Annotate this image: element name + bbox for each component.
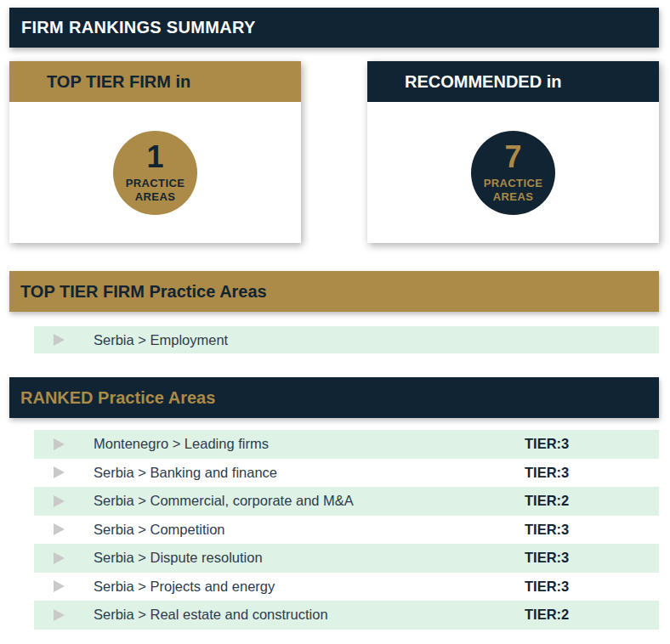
triangle-right-icon [54, 438, 65, 450]
top-tier-count: 1 [146, 142, 163, 172]
triangle-right-icon [54, 334, 65, 346]
tier-badge: TIER:3 [525, 465, 569, 481]
practice-area-label: Serbia > Real estate and construction [94, 607, 328, 623]
practice-area-label: Serbia > Dispute resolution [94, 550, 263, 566]
top-tier-section-title: TOP TIER FIRM Practice Areas [20, 282, 267, 302]
recommended-card-title: RECOMMENDED in [405, 72, 561, 92]
ranked-section-header: RANKED Practice Areas [9, 377, 659, 418]
practice-area-row[interactable]: Serbia > Commercial, corporate and M&A T… [34, 487, 659, 516]
ranked-rows: Montenegro > Leading firms TIER:3 Serbia… [34, 430, 659, 630]
practice-area-row[interactable]: Serbia > Dispute resolution TIER:3 [34, 544, 659, 573]
practice-area-row[interactable]: Montenegro > Leading firms TIER:3 [34, 430, 659, 459]
recommended-count-label: PRACTICE AREAS [480, 177, 547, 203]
tier-badge: TIER:3 [525, 550, 569, 566]
triangle-right-icon [54, 552, 65, 564]
practice-area-label: Serbia > Employment [94, 332, 228, 348]
top-tier-card-body: 1 PRACTICE AREAS [9, 102, 301, 243]
top-tier-count-badge: 1 PRACTICE AREAS [113, 131, 197, 215]
recommended-count-badge: 7 PRACTICE AREAS [471, 131, 555, 215]
top-tier-section: TOP TIER FIRM Practice Areas Serbia > Em… [9, 271, 659, 353]
practice-area-label: Serbia > Projects and energy [94, 579, 275, 595]
practice-area-label: Montenegro > Leading firms [94, 436, 269, 452]
triangle-right-icon [54, 609, 65, 621]
page-title: FIRM RANKINGS SUMMARY [21, 18, 256, 37]
page-title-bar: FIRM RANKINGS SUMMARY [9, 8, 659, 48]
practice-area-row[interactable]: Serbia > Projects and energy TIER:3 [34, 573, 659, 602]
top-tier-card: TOP TIER FIRM in 1 PRACTICE AREAS [9, 61, 301, 243]
triangle-right-icon [54, 495, 65, 507]
practice-area-row[interactable]: Serbia > Banking and finance TIER:3 [34, 459, 659, 488]
tier-badge: TIER:2 [525, 607, 569, 623]
recommended-count: 7 [504, 142, 521, 172]
top-tier-card-header: TOP TIER FIRM in [9, 61, 301, 102]
top-tier-card-title: TOP TIER FIRM in [47, 72, 190, 92]
triangle-right-icon [54, 523, 65, 535]
tier-badge: TIER:3 [525, 522, 569, 538]
practice-area-row[interactable]: Serbia > Real estate and construction TI… [34, 601, 659, 630]
practice-area-label: Serbia > Competition [94, 522, 225, 538]
triangle-right-icon [54, 466, 65, 478]
triangle-right-icon [54, 580, 65, 592]
practice-area-label: Serbia > Commercial, corporate and M&A [94, 493, 354, 509]
summary-cards: TOP TIER FIRM in 1 PRACTICE AREAS RECOMM… [9, 61, 659, 243]
ranked-section-title: RANKED Practice Areas [20, 388, 215, 408]
tier-badge: TIER:2 [525, 493, 569, 509]
tier-badge: TIER:3 [525, 436, 569, 452]
practice-area-row[interactable]: Serbia > Competition TIER:3 [34, 516, 659, 545]
recommended-card-body: 7 PRACTICE AREAS [367, 102, 659, 243]
top-tier-count-label: PRACTICE AREAS [122, 177, 189, 203]
ranked-section: RANKED Practice Areas Montenegro > Leadi… [9, 377, 659, 630]
firm-rankings-summary-page: FIRM RANKINGS SUMMARY TOP TIER FIRM in 1… [9, 8, 659, 630]
top-tier-rows: Serbia > Employment [34, 326, 659, 353]
top-tier-section-header: TOP TIER FIRM Practice Areas [9, 271, 659, 312]
recommended-card-header: RECOMMENDED in [367, 61, 659, 102]
practice-area-label: Serbia > Banking and finance [94, 465, 277, 481]
practice-area-row[interactable]: Serbia > Employment [34, 326, 659, 353]
recommended-card: RECOMMENDED in 7 PRACTICE AREAS [367, 61, 659, 243]
tier-badge: TIER:3 [525, 579, 569, 595]
